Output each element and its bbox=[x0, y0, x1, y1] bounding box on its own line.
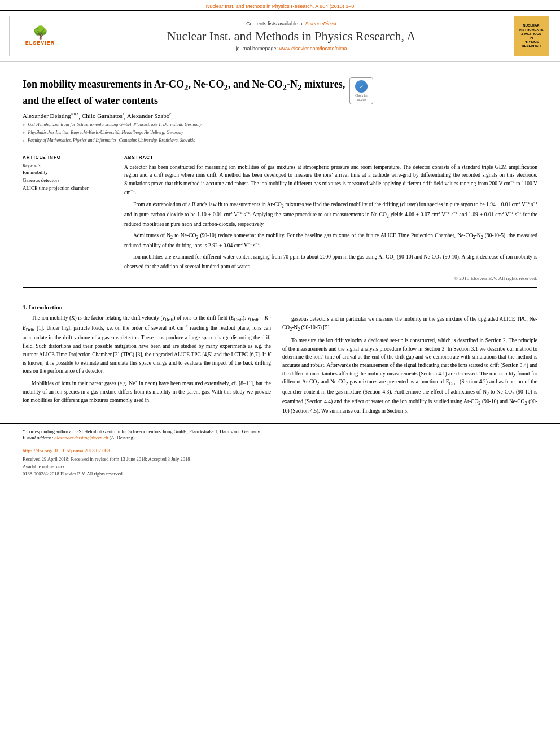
footnote-email: E-mail address: alexander.deisting@cern.… bbox=[23, 435, 537, 442]
journal-badge: NUCLEARINSTRUMENTS& METHODSINPHYSICSRESE… bbox=[511, 16, 551, 56]
keywords-label: Keywords: bbox=[23, 163, 113, 168]
available-text: Available online xxxx bbox=[23, 463, 537, 470]
affiliation-a-text: GSI Helmholtzzentrum für Schwerionenfors… bbox=[28, 121, 202, 128]
author-3: Alexander Szaboc bbox=[127, 112, 172, 119]
sciencedirect-link[interactable]: ScienceDirect bbox=[305, 21, 337, 27]
journal-title: Nuclear Inst. and Methods in Physics Res… bbox=[167, 29, 416, 43]
received-dates: Received 29 April 2018; Received in revi… bbox=[0, 456, 560, 482]
affiliation-c: c Faculty of Mathematics, Physics and In… bbox=[23, 137, 537, 144]
email-link[interactable]: alexander.deisting@cern.ch bbox=[54, 435, 108, 440]
article-content: Ion mobility measurements in Ar-CO2, Ne-… bbox=[0, 62, 560, 288]
abstract-p2: From an extrapolation of a Blanc's law f… bbox=[124, 200, 537, 228]
footnote-corresponding: * Corresponding author at: GSI Helmholtz… bbox=[23, 429, 537, 435]
doi-link[interactable]: https://doi.org/10.1016/j.nima.2018.07.0… bbox=[23, 448, 110, 453]
elsevier-logo: 🌳 ELSEVIER bbox=[9, 16, 71, 56]
abstract-p4: Ion mobilities are examined for differen… bbox=[124, 253, 537, 270]
title-area: Ion mobility measurements in Ar-CO2, Ne-… bbox=[23, 77, 537, 112]
article-info-title: ARTICLE INFO bbox=[23, 155, 113, 160]
journal-header-top: Nuclear Inst. and Methods in Physics Res… bbox=[0, 0, 560, 10]
affiliation-b: b Physikalisches Institut, Ruprecht-Karl… bbox=[23, 129, 537, 136]
page: Nuclear Inst. and Methods in Physics Res… bbox=[0, 0, 560, 747]
elsevier-label: ELSEVIER bbox=[25, 40, 55, 46]
journal-center: Contents lists available at ScienceDirec… bbox=[78, 16, 505, 56]
right-p2: To measure the ion drift velocity a dedi… bbox=[282, 337, 537, 416]
divider-1 bbox=[23, 150, 537, 150]
affiliation-b-text: Physikalisches Institut, Ruprecht-Karls-… bbox=[28, 129, 183, 136]
received-text: Received 29 April 2018; Received in revi… bbox=[23, 456, 537, 463]
divider-2 bbox=[23, 287, 537, 288]
journal-homepage-line: journal homepage: www.elsevier.com/locat… bbox=[235, 46, 347, 51]
email-suffix: (A. Deisting). bbox=[110, 435, 136, 440]
check-icon: ✓ bbox=[355, 80, 368, 93]
article-body: ARTICLE INFO Keywords: Ion mobility Gase… bbox=[23, 155, 537, 283]
check-for-updates-badge[interactable]: ✓ Check forupdates bbox=[349, 77, 373, 104]
copyright-line: © 2018 Elsevier B.V. All rights reserved… bbox=[124, 275, 537, 283]
intro-p2: Mobilities of ions in their parent gases… bbox=[23, 379, 271, 404]
issn-text: 0168-9002/© 2018 Elsevier B.V. All right… bbox=[23, 470, 537, 478]
abstract-text: A detector has been constructed for meas… bbox=[124, 163, 537, 283]
intro-title: 1. Introduction bbox=[23, 304, 271, 311]
intro-p1: The ion mobility (K) is the factor relat… bbox=[23, 314, 271, 375]
authors-line: Alexander Deistinga,b,*, Chilo Garabatos… bbox=[23, 112, 537, 120]
abstract-p1: A detector has been constructed for meas… bbox=[124, 163, 537, 196]
badge-title: NUCLEARINSTRUMENTS& METHODSINPHYSICSRESE… bbox=[519, 24, 543, 48]
right-body: gaseous detectors and in particular we m… bbox=[282, 315, 537, 416]
abstract-section: ABSTRACT A detector has been constructed… bbox=[124, 155, 537, 283]
author-1: Alexander Deistinga,b,* bbox=[23, 112, 78, 119]
abstract-p3: Admixtures of N2 to Ne-CO2 (90-10) reduc… bbox=[124, 231, 537, 250]
badge-box: NUCLEARINSTRUMENTS& METHODSINPHYSICSRESE… bbox=[514, 16, 549, 56]
author-2: Chilo Garabatosa bbox=[82, 112, 124, 119]
keyword-1: Ion mobility bbox=[23, 169, 113, 175]
right-p1: gaseous detectors and in particular we m… bbox=[282, 315, 537, 333]
main-two-col: 1. Introduction The ion mobility (K) is … bbox=[0, 292, 560, 419]
affiliation-a: a GSI Helmholtzzentrum für Schwerionenfo… bbox=[23, 121, 537, 128]
sciencedirect-line: Contents lists available at ScienceDirec… bbox=[246, 21, 336, 27]
affiliation-c-text: Faculty of Mathematics, Physics and Info… bbox=[28, 137, 195, 143]
article-info: ARTICLE INFO Keywords: Ion mobility Gase… bbox=[23, 155, 113, 283]
col-right: gaseous detectors and in particular we m… bbox=[282, 299, 537, 419]
elsevier-tree-icon: 🌳 bbox=[33, 27, 48, 39]
abstract-title: ABSTRACT bbox=[124, 155, 537, 160]
contents-text: Contents lists available at bbox=[246, 21, 304, 27]
intro-body: The ion mobility (K) is the factor relat… bbox=[23, 314, 271, 404]
keyword-3: ALICE time projection chamber bbox=[23, 185, 113, 191]
article-title: Ion mobility measurements in Ar-CO2, Ne-… bbox=[23, 77, 345, 108]
affiliations: a GSI Helmholtzzentrum für Schwerionenfo… bbox=[23, 121, 537, 143]
keyword-2: Gaseous detectors bbox=[23, 177, 113, 183]
homepage-url[interactable]: www.elsevier.com/locate/nima bbox=[279, 46, 347, 51]
check-label: Check forupdates bbox=[355, 94, 368, 101]
homepage-text: journal homepage: bbox=[235, 46, 278, 51]
journal-ref-link[interactable]: Nuclear Inst. and Methods in Physics Res… bbox=[206, 3, 355, 9]
header-band: 🌳 ELSEVIER Contents lists available at S… bbox=[0, 10, 560, 62]
doi-section: https://doi.org/10.1016/j.nima.2018.07.0… bbox=[0, 445, 560, 456]
footnotes-section: * Corresponding author at: GSI Helmholtz… bbox=[0, 423, 560, 445]
col-left: 1. Introduction The ion mobility (K) is … bbox=[23, 299, 271, 419]
